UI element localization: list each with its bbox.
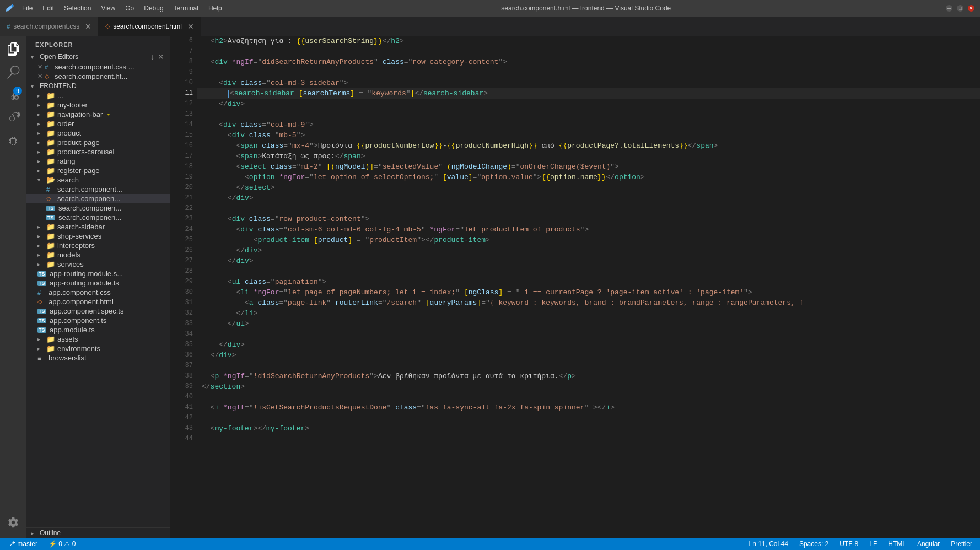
menu-file[interactable]: File xyxy=(18,3,37,13)
status-formatter[interactable]: Prettier xyxy=(949,540,974,548)
sidebar-item-search-ts2[interactable]: TS search.componen... xyxy=(26,213,170,222)
menu-help[interactable]: Help xyxy=(204,3,227,13)
sidebar-item-search[interactable]: ▾ 📂 search xyxy=(26,175,170,185)
sidebar-item-navigation-bar[interactable]: ▸ 📁 navigation-bar ● xyxy=(26,110,170,119)
activity-extensions[interactable] xyxy=(2,131,24,153)
folder-icon: 📁 xyxy=(46,157,55,165)
sidebar-item-models[interactable]: ▸ 📁 models xyxy=(26,250,170,260)
sidebar-item-app-routing[interactable]: TS app-routing.module.ts xyxy=(26,278,170,288)
folder-icon: 📁 xyxy=(46,223,55,231)
status-position[interactable]: Ln 11, Col 44 xyxy=(746,540,790,548)
code-line-9 xyxy=(197,67,980,78)
activity-source-control[interactable]: 9 xyxy=(2,84,24,106)
sidebar-item-shop-services[interactable]: ▸ 📁 shop-services xyxy=(26,231,170,241)
code-line-8: <div *ngIf="didSearchReturnAnyProducts" … xyxy=(197,57,980,67)
tab-css[interactable]: # search.component.css ✕ xyxy=(0,17,99,36)
maximize-button[interactable]: □ xyxy=(957,5,963,12)
minimize-button[interactable]: ─ xyxy=(946,5,952,12)
status-language[interactable]: HTML xyxy=(886,540,908,548)
menu-go[interactable]: Go xyxy=(121,3,138,13)
folder-icon: 📁 xyxy=(46,129,55,137)
line-numbers: 6 7 8 9 10 11 12 13 14 15 16 17 18 19 20… xyxy=(170,36,197,444)
sidebar-item-assets[interactable]: ▸ 📁 assets xyxy=(26,335,170,344)
sidebar-item-search-sidebar[interactable]: ▸ 📁 search-sidebar xyxy=(26,222,170,231)
code-line-10: <div class="col-md-3 sidebar"> xyxy=(197,78,980,88)
sidebar-item-app-css[interactable]: # app.component.css xyxy=(26,288,170,297)
sidebar-item-app-routing-s[interactable]: TS app-routing.module.s... xyxy=(26,269,170,278)
ts-icon: TS xyxy=(37,318,46,323)
folder-icon: 📁 xyxy=(46,251,55,259)
ts-icon: TS xyxy=(37,271,46,277)
tab-css-close[interactable]: ✕ xyxy=(85,22,91,31)
status-branch[interactable]: ⎇ master xyxy=(6,540,40,548)
sidebar-item-search-css[interactable]: # search.component... xyxy=(26,185,170,194)
open-editor-css-label: search.component.css ... xyxy=(55,63,134,71)
code-line-18: <select class="ml-2" [(ngModel)]="select… xyxy=(197,161,980,172)
menu-view[interactable]: View xyxy=(96,3,120,13)
sidebar-item-register-page[interactable]: ▸ 📁 register-page xyxy=(26,166,170,175)
menu-edit[interactable]: Edit xyxy=(38,3,58,13)
open-editors-header[interactable]: ▾ Open Editors ↓ ✕ xyxy=(26,51,170,62)
sidebar-item-products-carousel[interactable]: ▸ 📁 products-carousel xyxy=(26,147,170,157)
status-framework[interactable]: Angular xyxy=(915,540,942,548)
status-errors[interactable]: ⚡ 0 ⚠ 0 xyxy=(46,540,78,548)
tab-html-label: search.component.html xyxy=(113,23,182,30)
status-eol[interactable]: LF xyxy=(867,540,879,548)
close-all-icon[interactable]: ✕ xyxy=(157,52,165,61)
menu-selection[interactable]: Selection xyxy=(60,3,95,13)
status-encoding[interactable]: UTF-8 xyxy=(837,540,860,548)
close-css-icon[interactable]: ✕ xyxy=(37,63,42,71)
save-all-icon[interactable]: ↓ xyxy=(149,52,155,61)
open-editor-css[interactable]: ✕ # search.component.css ... xyxy=(26,62,170,72)
window-controls: ─ □ ✕ xyxy=(946,5,974,12)
sidebar-item-app-html[interactable]: ◇ app.component.html xyxy=(26,297,170,306)
close-button[interactable]: ✕ xyxy=(968,5,974,12)
sidebar-item-search-html[interactable]: ◇ search.componen... xyxy=(26,194,170,203)
open-editor-html[interactable]: ✕ ◇ search.component.ht... xyxy=(26,72,170,81)
code-editor[interactable]: 6 7 8 9 10 11 12 13 14 15 16 17 18 19 20… xyxy=(170,36,980,538)
activity-settings[interactable] xyxy=(2,511,24,533)
sidebar-item-product[interactable]: ▸ 📁 product xyxy=(26,128,170,138)
code-line-32: </li> xyxy=(197,308,980,319)
activity-debug[interactable] xyxy=(2,107,24,130)
sidebar-item-browserslist[interactable]: ≡ browserslist xyxy=(26,353,170,363)
close-html-icon[interactable]: ✕ xyxy=(37,73,42,80)
activity-explorer[interactable] xyxy=(2,38,24,60)
code-line-36: </div> xyxy=(197,350,980,360)
code-line-7 xyxy=(197,46,980,57)
tab-css-icon: # xyxy=(7,23,10,30)
tab-html-icon: ◇ xyxy=(105,23,110,30)
sidebar-item-app-spec[interactable]: TS app.component.spec.ts xyxy=(26,306,170,316)
sidebar-item-services[interactable]: ▸ 📁 services xyxy=(26,260,170,269)
sidebar-item-order[interactable]: ▸ 📁 order xyxy=(26,119,170,128)
html-file-icon: ◇ xyxy=(45,73,52,80)
code-line-43: <my-footer></my-footer> xyxy=(197,423,980,434)
sidebar-item-my-footer[interactable]: ▸ 📁 my-footer xyxy=(26,100,170,110)
sidebar-item-app-component[interactable]: TS app.component.ts xyxy=(26,316,170,325)
folder-icon: 📁 xyxy=(46,344,55,353)
code-content: <h2>Αναζήτηση για : {{userSearchString}}… xyxy=(197,36,980,444)
sidebar-item-interceptors[interactable]: ▸ 📁 interceptors xyxy=(26,241,170,250)
tab-html[interactable]: ◇ search.component.html ✕ xyxy=(99,17,201,36)
activity-search[interactable] xyxy=(2,61,24,83)
menu-terminal[interactable]: Terminal xyxy=(169,3,203,13)
frontend-header[interactable]: ▾ FRONTEND xyxy=(26,81,170,91)
open-editors-label: Open Editors xyxy=(40,53,78,61)
outline-header[interactable]: ▸ Outline xyxy=(26,527,170,538)
code-line-27: </div> xyxy=(197,256,980,266)
window-title: search.component.html — frontend — Visua… xyxy=(230,4,943,12)
code-line-38: <p *ngIf="!didSearchReturnAnyProducts">Δ… xyxy=(197,371,980,381)
sidebar-item-dots[interactable]: ▸ 📁 ... xyxy=(26,91,170,100)
status-spaces[interactable]: Spaces: 2 xyxy=(797,540,831,548)
menu-debug[interactable]: Debug xyxy=(139,3,168,13)
sidebar-item-search-ts1[interactable]: TS search.componen... xyxy=(26,203,170,213)
code-line-21: </div> xyxy=(197,193,980,203)
ts-icon: TS xyxy=(46,206,55,211)
sidebar-item-product-page[interactable]: ▸ 📁 product-page xyxy=(26,138,170,147)
code-line-11: <search-sidebar [searchTerms] = "keyword… xyxy=(197,88,980,99)
sidebar-item-app-module[interactable]: TS app.module.ts xyxy=(26,325,170,335)
sidebar-item-rating[interactable]: ▸ 📁 rating xyxy=(26,157,170,166)
html-icon: ◇ xyxy=(37,298,46,305)
tab-html-close[interactable]: ✕ xyxy=(187,22,194,31)
sidebar-item-environments[interactable]: ▸ 📁 environments xyxy=(26,344,170,353)
